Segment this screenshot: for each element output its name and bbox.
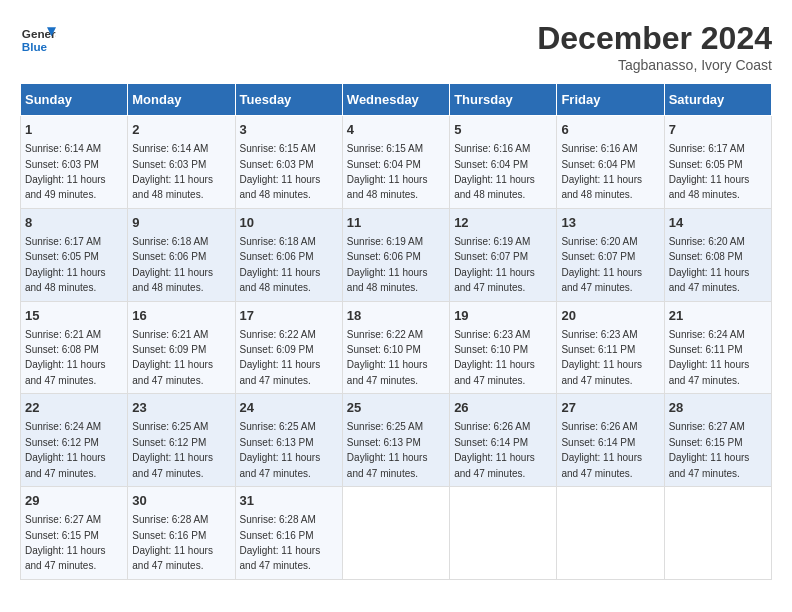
- header-day-thursday: Thursday: [450, 84, 557, 116]
- day-number: 10: [240, 214, 338, 232]
- day-number: 21: [669, 307, 767, 325]
- day-info: Sunrise: 6:17 AMSunset: 6:05 PMDaylight:…: [25, 236, 106, 293]
- day-cell: 16Sunrise: 6:21 AMSunset: 6:09 PMDayligh…: [128, 301, 235, 394]
- day-number: 30: [132, 492, 230, 510]
- day-cell: 17Sunrise: 6:22 AMSunset: 6:09 PMDayligh…: [235, 301, 342, 394]
- day-number: 11: [347, 214, 445, 232]
- day-number: 7: [669, 121, 767, 139]
- day-cell: 2Sunrise: 6:14 AMSunset: 6:03 PMDaylight…: [128, 116, 235, 209]
- day-info: Sunrise: 6:23 AMSunset: 6:11 PMDaylight:…: [561, 329, 642, 386]
- day-number: 15: [25, 307, 123, 325]
- day-cell: 11Sunrise: 6:19 AMSunset: 6:06 PMDayligh…: [342, 208, 449, 301]
- day-cell: 3Sunrise: 6:15 AMSunset: 6:03 PMDaylight…: [235, 116, 342, 209]
- svg-text:Blue: Blue: [22, 40, 48, 53]
- day-number: 25: [347, 399, 445, 417]
- day-number: 20: [561, 307, 659, 325]
- day-info: Sunrise: 6:25 AMSunset: 6:12 PMDaylight:…: [132, 421, 213, 478]
- day-cell: 26Sunrise: 6:26 AMSunset: 6:14 PMDayligh…: [450, 394, 557, 487]
- logo: General Blue: [20, 20, 56, 56]
- day-cell: 29Sunrise: 6:27 AMSunset: 6:15 PMDayligh…: [21, 487, 128, 580]
- day-cell: 21Sunrise: 6:24 AMSunset: 6:11 PMDayligh…: [664, 301, 771, 394]
- day-number: 27: [561, 399, 659, 417]
- day-number: 14: [669, 214, 767, 232]
- calendar-table: SundayMondayTuesdayWednesdayThursdayFrid…: [20, 83, 772, 580]
- week-row-5: 29Sunrise: 6:27 AMSunset: 6:15 PMDayligh…: [21, 487, 772, 580]
- day-info: Sunrise: 6:14 AMSunset: 6:03 PMDaylight:…: [25, 143, 106, 200]
- day-cell: 6Sunrise: 6:16 AMSunset: 6:04 PMDaylight…: [557, 116, 664, 209]
- day-info: Sunrise: 6:26 AMSunset: 6:14 PMDaylight:…: [561, 421, 642, 478]
- day-number: 23: [132, 399, 230, 417]
- day-cell: [664, 487, 771, 580]
- week-row-4: 22Sunrise: 6:24 AMSunset: 6:12 PMDayligh…: [21, 394, 772, 487]
- day-cell: 15Sunrise: 6:21 AMSunset: 6:08 PMDayligh…: [21, 301, 128, 394]
- day-info: Sunrise: 6:18 AMSunset: 6:06 PMDaylight:…: [132, 236, 213, 293]
- day-number: 17: [240, 307, 338, 325]
- day-number: 9: [132, 214, 230, 232]
- day-info: Sunrise: 6:15 AMSunset: 6:03 PMDaylight:…: [240, 143, 321, 200]
- day-info: Sunrise: 6:26 AMSunset: 6:14 PMDaylight:…: [454, 421, 535, 478]
- day-info: Sunrise: 6:19 AMSunset: 6:06 PMDaylight:…: [347, 236, 428, 293]
- day-number: 4: [347, 121, 445, 139]
- day-cell: 23Sunrise: 6:25 AMSunset: 6:12 PMDayligh…: [128, 394, 235, 487]
- day-number: 29: [25, 492, 123, 510]
- day-info: Sunrise: 6:16 AMSunset: 6:04 PMDaylight:…: [454, 143, 535, 200]
- day-cell: [557, 487, 664, 580]
- day-number: 22: [25, 399, 123, 417]
- day-info: Sunrise: 6:14 AMSunset: 6:03 PMDaylight:…: [132, 143, 213, 200]
- day-number: 12: [454, 214, 552, 232]
- day-number: 31: [240, 492, 338, 510]
- day-info: Sunrise: 6:21 AMSunset: 6:08 PMDaylight:…: [25, 329, 106, 386]
- day-info: Sunrise: 6:25 AMSunset: 6:13 PMDaylight:…: [240, 421, 321, 478]
- day-cell: 14Sunrise: 6:20 AMSunset: 6:08 PMDayligh…: [664, 208, 771, 301]
- day-cell: 30Sunrise: 6:28 AMSunset: 6:16 PMDayligh…: [128, 487, 235, 580]
- day-cell: 20Sunrise: 6:23 AMSunset: 6:11 PMDayligh…: [557, 301, 664, 394]
- day-info: Sunrise: 6:16 AMSunset: 6:04 PMDaylight:…: [561, 143, 642, 200]
- day-cell: 18Sunrise: 6:22 AMSunset: 6:10 PMDayligh…: [342, 301, 449, 394]
- day-cell: 10Sunrise: 6:18 AMSunset: 6:06 PMDayligh…: [235, 208, 342, 301]
- day-number: 3: [240, 121, 338, 139]
- day-number: 13: [561, 214, 659, 232]
- day-cell: 1Sunrise: 6:14 AMSunset: 6:03 PMDaylight…: [21, 116, 128, 209]
- calendar-body: 1Sunrise: 6:14 AMSunset: 6:03 PMDaylight…: [21, 116, 772, 580]
- month-title: December 2024: [537, 20, 772, 57]
- day-info: Sunrise: 6:17 AMSunset: 6:05 PMDaylight:…: [669, 143, 750, 200]
- day-number: 6: [561, 121, 659, 139]
- header-row: SundayMondayTuesdayWednesdayThursdayFrid…: [21, 84, 772, 116]
- day-info: Sunrise: 6:18 AMSunset: 6:06 PMDaylight:…: [240, 236, 321, 293]
- day-info: Sunrise: 6:20 AMSunset: 6:08 PMDaylight:…: [669, 236, 750, 293]
- day-cell: 4Sunrise: 6:15 AMSunset: 6:04 PMDaylight…: [342, 116, 449, 209]
- location-subtitle: Tagbanasso, Ivory Coast: [537, 57, 772, 73]
- header-day-wednesday: Wednesday: [342, 84, 449, 116]
- day-cell: [450, 487, 557, 580]
- day-cell: 9Sunrise: 6:18 AMSunset: 6:06 PMDaylight…: [128, 208, 235, 301]
- day-number: 24: [240, 399, 338, 417]
- day-cell: 19Sunrise: 6:23 AMSunset: 6:10 PMDayligh…: [450, 301, 557, 394]
- header-day-monday: Monday: [128, 84, 235, 116]
- day-number: 5: [454, 121, 552, 139]
- day-cell: 25Sunrise: 6:25 AMSunset: 6:13 PMDayligh…: [342, 394, 449, 487]
- day-cell: 7Sunrise: 6:17 AMSunset: 6:05 PMDaylight…: [664, 116, 771, 209]
- day-info: Sunrise: 6:28 AMSunset: 6:16 PMDaylight:…: [132, 514, 213, 571]
- day-info: Sunrise: 6:20 AMSunset: 6:07 PMDaylight:…: [561, 236, 642, 293]
- day-cell: 13Sunrise: 6:20 AMSunset: 6:07 PMDayligh…: [557, 208, 664, 301]
- day-info: Sunrise: 6:19 AMSunset: 6:07 PMDaylight:…: [454, 236, 535, 293]
- day-info: Sunrise: 6:28 AMSunset: 6:16 PMDaylight:…: [240, 514, 321, 571]
- day-number: 28: [669, 399, 767, 417]
- day-number: 26: [454, 399, 552, 417]
- day-info: Sunrise: 6:15 AMSunset: 6:04 PMDaylight:…: [347, 143, 428, 200]
- day-number: 8: [25, 214, 123, 232]
- logo-icon: General Blue: [20, 20, 56, 56]
- day-cell: 12Sunrise: 6:19 AMSunset: 6:07 PMDayligh…: [450, 208, 557, 301]
- week-row-2: 8Sunrise: 6:17 AMSunset: 6:05 PMDaylight…: [21, 208, 772, 301]
- day-info: Sunrise: 6:24 AMSunset: 6:11 PMDaylight:…: [669, 329, 750, 386]
- header-day-sunday: Sunday: [21, 84, 128, 116]
- day-cell: 8Sunrise: 6:17 AMSunset: 6:05 PMDaylight…: [21, 208, 128, 301]
- day-cell: 22Sunrise: 6:24 AMSunset: 6:12 PMDayligh…: [21, 394, 128, 487]
- day-number: 2: [132, 121, 230, 139]
- title-block: December 2024 Tagbanasso, Ivory Coast: [537, 20, 772, 73]
- day-info: Sunrise: 6:21 AMSunset: 6:09 PMDaylight:…: [132, 329, 213, 386]
- day-info: Sunrise: 6:22 AMSunset: 6:10 PMDaylight:…: [347, 329, 428, 386]
- day-number: 16: [132, 307, 230, 325]
- day-cell: 28Sunrise: 6:27 AMSunset: 6:15 PMDayligh…: [664, 394, 771, 487]
- week-row-3: 15Sunrise: 6:21 AMSunset: 6:08 PMDayligh…: [21, 301, 772, 394]
